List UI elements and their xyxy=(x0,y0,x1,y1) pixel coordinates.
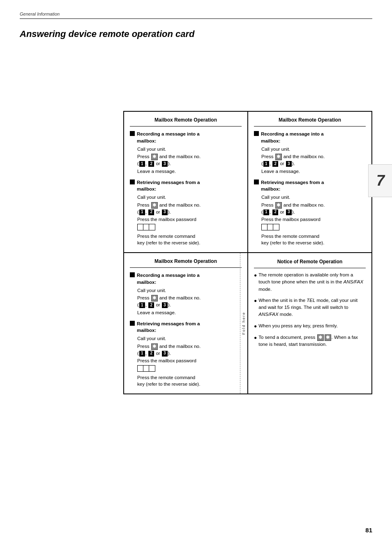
retrieving-steps-1: Call your unit. Press ✱ and the mailbox … xyxy=(137,194,242,246)
step: Press the mailbox password xyxy=(137,357,242,373)
password-boxes xyxy=(137,365,155,372)
key-3: 3 xyxy=(162,351,168,357)
step: Leave a message. xyxy=(137,168,242,175)
bullet-icon xyxy=(254,179,259,184)
step: Press the remote commandkey (refer to th… xyxy=(137,233,242,246)
key-1: 1 xyxy=(139,302,145,308)
bullet-dot: ● xyxy=(254,297,257,304)
retrieving-steps-3: Call your unit. Press ✱ and the mailbox … xyxy=(137,335,242,388)
bullet-icon xyxy=(130,131,135,136)
page-number: 81 xyxy=(365,527,372,534)
notice-item-2: ● When the unit is in the TEL mode, call… xyxy=(254,297,366,318)
notice-item-3: ● When you press any key, press firmly. xyxy=(254,322,366,330)
key-3: 3 xyxy=(162,209,168,215)
bullet-dot: ● xyxy=(254,272,257,279)
star-key: ✱ xyxy=(275,154,282,160)
retrieving-section-2: Retrieving messages from amailbox: xyxy=(254,179,366,193)
bullet-icon xyxy=(130,321,135,326)
step: Call your unit. xyxy=(261,146,366,153)
notice-text-4: To send a document, press ✱✱. When a fax… xyxy=(258,334,366,348)
key-2: 2 xyxy=(272,161,278,167)
step: Press ✱ and the mailbox no. (1, 2 or 3). xyxy=(137,153,242,167)
step: Call your unit. xyxy=(137,335,242,342)
step: Press the mailbox password xyxy=(137,216,242,232)
key-3: 3 xyxy=(286,161,292,167)
step: Press the mailbox password xyxy=(261,216,366,232)
key-3: 3 xyxy=(162,302,168,308)
key-2: 2 xyxy=(148,302,154,308)
key-2: 2 xyxy=(148,351,154,357)
key-2: 2 xyxy=(272,209,278,215)
password-boxes xyxy=(137,224,155,230)
step: Call your unit. xyxy=(137,287,242,294)
step: Press ✱ and the mailbox no. (1, 2 or 3). xyxy=(137,202,242,216)
recording-steps-2: Call your unit. Press ✱ and the mailbox … xyxy=(261,146,366,175)
fold-here-text: Fold here xyxy=(241,312,247,335)
step: Press the remote commandkey (refer to th… xyxy=(261,233,366,246)
star-key: ✱ xyxy=(275,202,282,209)
key-2: 2 xyxy=(148,209,154,215)
notice-text-1: The remote operation is available only f… xyxy=(258,272,366,293)
tab-label: 7 xyxy=(376,172,385,189)
tab-box: 7 xyxy=(368,164,392,197)
star-key: ✱ xyxy=(151,202,158,209)
key-1: 1 xyxy=(263,161,269,167)
header-line xyxy=(20,18,372,19)
notice-item-4: ● To send a document, press ✱✱. When a f… xyxy=(254,334,366,348)
step: Call your unit. xyxy=(137,146,242,153)
recording-section-2: Recording a message into amailbox: xyxy=(254,131,366,144)
card-bottom-right: Notice of Remote Operation ● The remote … xyxy=(248,253,372,394)
star-key-double-1: ✱ xyxy=(317,334,324,341)
retrieving-section-1: Retrieving messages from amailbox: xyxy=(130,179,242,193)
card-bottom-left: Mailbox Remote Operation Recording a mes… xyxy=(124,253,248,394)
retrieving-section-3: Retrieving messages from amailbox: xyxy=(130,320,242,334)
fold-here-indicator: Fold here xyxy=(240,253,247,394)
key-1: 1 xyxy=(139,161,145,167)
key-1: 1 xyxy=(263,209,269,215)
bullet-icon xyxy=(130,179,135,184)
key-1: 1 xyxy=(139,351,145,357)
step: Call your unit. xyxy=(261,194,366,201)
key-1: 1 xyxy=(139,209,145,215)
key-2: 2 xyxy=(148,161,154,167)
step: Press ✱ and the mailbox no. (1, 2 or 3). xyxy=(137,295,242,308)
card-bottom-left-title: Mailbox Remote Operation xyxy=(130,258,242,268)
key-3: 3 xyxy=(286,209,292,215)
recording-steps-1: Call your unit. Press ✱ and the mailbox … xyxy=(137,146,242,175)
step: Leave a message. xyxy=(261,168,366,175)
star-key: ✱ xyxy=(151,343,158,350)
notice-text-3: When you press any key, press firmly. xyxy=(258,322,366,329)
recording-steps-3: Call your unit. Press ✱ and the mailbox … xyxy=(137,287,242,316)
step: Press ✱ and the mailbox no. (1, 2 or 3). xyxy=(261,202,366,216)
step: Call your unit. xyxy=(137,194,242,201)
star-key: ✱ xyxy=(151,295,158,301)
bullet-icon xyxy=(130,272,135,277)
bullet-dot: ● xyxy=(254,322,257,330)
star-key-double-2: ✱ xyxy=(325,334,331,341)
password-boxes xyxy=(261,224,279,230)
key-3: 3 xyxy=(162,161,168,167)
cards-container: Mailbox Remote Operation Recording a mes… xyxy=(123,111,372,394)
notice-text-2: When the unit is in the TEL mode, call y… xyxy=(258,297,366,318)
card-top-right: Mailbox Remote Operation Recording a mes… xyxy=(248,111,372,253)
recording-section-3: Recording a message into amailbox: xyxy=(130,272,242,285)
recording-section-1: Recording a message into amailbox: xyxy=(130,131,242,144)
step: Leave a message. xyxy=(137,309,242,316)
card-top-right-title: Mailbox Remote Operation xyxy=(254,117,366,127)
card-top-left-title: Mailbox Remote Operation xyxy=(130,117,242,127)
step: Press ✱ and the mailbox no. (1, 2 or 3). xyxy=(261,153,366,167)
section-label: General Information xyxy=(20,12,60,16)
notice-item-1: ● The remote operation is available only… xyxy=(254,272,366,293)
card-bottom-right-title: Notice of Remote Operation xyxy=(254,258,366,268)
bullet-icon xyxy=(254,131,259,136)
page-title: Answering device remote operation card xyxy=(20,29,194,39)
bullet-dot: ● xyxy=(254,334,257,341)
step: Press the remote commandkey (refer to th… xyxy=(137,374,242,388)
star-key: ✱ xyxy=(151,154,158,160)
step: Press ✱ and the mailbox no. (1, 2 or 3). xyxy=(137,343,242,357)
card-top-left: Mailbox Remote Operation Recording a mes… xyxy=(124,111,248,253)
retrieving-steps-2: Call your unit. Press ✱ and the mailbox … xyxy=(261,194,366,246)
